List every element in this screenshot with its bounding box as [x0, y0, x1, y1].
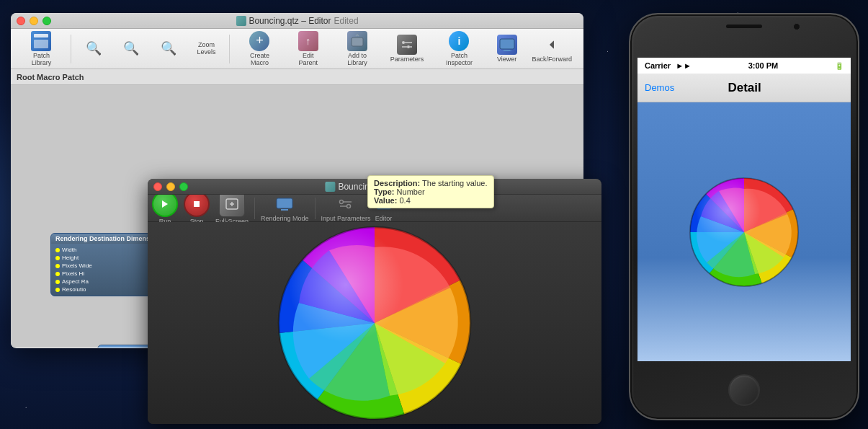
fullscreen-button-group: Full-Screen	[215, 191, 249, 225]
svg-rect-16	[194, 201, 200, 207]
stop-button-group: Stop	[184, 191, 210, 225]
create-macro-icon: +	[249, 31, 269, 51]
svg-marker-11	[550, 40, 555, 48]
viewer-icon	[497, 35, 517, 55]
svg-marker-15	[162, 200, 168, 208]
iphone-nav-title: Detail	[674, 81, 815, 95]
rendering-mode-button[interactable]	[274, 194, 295, 214]
viewer-traffic-lights	[153, 182, 188, 191]
iphone-camera	[793, 23, 800, 30]
tooltip-description: Description: The starting value.	[374, 179, 488, 187]
toolbar-sep-1	[71, 35, 71, 63]
zoom-in-icon: 🔍	[121, 38, 141, 58]
back-forward-label: Back/Forward	[532, 56, 573, 63]
tooltip-value-value: 0.4	[399, 196, 410, 205]
close-button[interactable]	[17, 17, 25, 25]
tooltip-type-value: Number	[397, 187, 425, 196]
input-parameters-button[interactable]	[336, 194, 356, 214]
patch-inspector-button[interactable]: i Patch Inspector	[431, 28, 487, 70]
zoom-in-button[interactable]: 🔍	[113, 35, 149, 63]
parameters-label: Parameters	[390, 56, 424, 63]
patch-beachball-title: BeachBall	[102, 347, 134, 348]
file-icon	[236, 16, 246, 26]
viewer-label: Viewer	[497, 56, 516, 63]
zoom-reset-icon: 🔍	[158, 38, 179, 58]
iphone-speaker	[726, 25, 762, 28]
add-to-library-icon	[347, 31, 367, 51]
viewer-canvas	[148, 222, 601, 424]
iphone-carrier: Carrier ►►	[645, 61, 692, 70]
svg-rect-20	[277, 198, 292, 208]
svg-rect-7	[500, 39, 514, 49]
patch-library-icon	[31, 31, 51, 51]
patch-library-button[interactable]: Patch Library	[17, 28, 66, 70]
iphone-home-button[interactable]	[728, 374, 760, 406]
title-text: Bouncing.qtz – Editor	[249, 16, 331, 26]
svg-point-24	[347, 205, 351, 208]
viewer-button[interactable]: Viewer	[489, 32, 525, 66]
svg-point-1	[402, 41, 405, 44]
editor-label: Editor	[375, 215, 393, 222]
tooltip-popup: Description: The starting value. Type: N…	[367, 175, 494, 208]
tooltip-desc-value: The starting value.	[422, 179, 488, 187]
zoom-out-button[interactable]: 🔍	[76, 35, 112, 63]
edit-parent-label: Edit Parent	[292, 53, 324, 67]
iphone-nav-bar: Demos Detail	[637, 74, 851, 102]
minimize-button[interactable]	[30, 17, 38, 25]
breadcrumb: Root Macro Patch	[11, 69, 583, 85]
svg-rect-9	[503, 50, 511, 51]
iphone-status-bar: Carrier ►► 3:00 PM 🔋	[637, 58, 851, 74]
breadcrumb-text: Root Macro Patch	[17, 73, 84, 81]
beachball-iphone	[686, 174, 802, 290]
iphone-content	[637, 102, 851, 361]
editor-toolbar: Patch Library 🔍 🔍 🔍 Zoom Levels +	[11, 29, 583, 69]
stop-button[interactable]	[184, 191, 210, 217]
parameters-button[interactable]: Parameters	[385, 32, 429, 66]
viewer-window: Bouncing.qtz – Viewer Run Stop	[148, 179, 601, 424]
back-forward-button[interactable]: Back/Forward	[527, 32, 578, 66]
tooltip-desc-label: Description:	[374, 179, 420, 187]
patch-inspector-icon: i	[449, 31, 469, 51]
svg-point-22	[340, 200, 344, 204]
toolbar-sep-2	[229, 35, 230, 63]
viewer-sep-1	[254, 198, 255, 219]
edit-parent-icon: ↑	[298, 31, 318, 51]
svg-point-4	[407, 45, 410, 48]
iphone-screen: Carrier ►► 3:00 PM 🔋 Demos Detail	[637, 58, 851, 361]
window-title: Bouncing.qtz – Editor Edited	[236, 16, 358, 26]
zoom-reset-button[interactable]: 🔍	[151, 35, 187, 63]
add-to-library-button[interactable]: Add to Library	[331, 28, 383, 70]
tooltip-type-label: Type:	[374, 187, 395, 196]
tooltip-value-label: Value:	[374, 196, 397, 205]
maximize-button[interactable]	[42, 17, 51, 25]
run-button-group: Run	[152, 191, 178, 225]
traffic-lights	[17, 17, 51, 25]
edited-status: Edited	[334, 16, 359, 26]
input-params-group: Input Parameters	[321, 194, 371, 222]
viewer-minimize-button[interactable]	[166, 182, 175, 191]
iphone-body: Carrier ►► 3:00 PM 🔋 Demos Detail	[629, 13, 859, 420]
viewer-close-button[interactable]	[153, 182, 162, 191]
viewer-file-icon	[325, 182, 335, 192]
back-forward-icon	[542, 35, 562, 55]
run-button[interactable]	[152, 191, 178, 217]
create-macro-button[interactable]: + Create Macro	[234, 28, 285, 70]
viewer-maximize-button[interactable]	[179, 182, 188, 191]
svg-rect-21	[281, 209, 288, 211]
tooltip-value: Value: 0.4	[374, 196, 488, 205]
patch-library-label: Patch Library	[22, 53, 61, 67]
input-parameters-label: Input Parameters	[321, 215, 371, 222]
iphone-frame: Carrier ►► 3:00 PM 🔋 Demos Detail	[629, 13, 859, 420]
zoom-out-icon: 🔍	[84, 38, 104, 58]
edit-parent-button[interactable]: ↑ Edit Parent	[287, 28, 330, 70]
patch-inspector-label: Patch Inspector	[437, 53, 481, 67]
iphone-back-button[interactable]: Demos	[645, 82, 674, 93]
zoom-levels-label: Zoom Levels	[188, 42, 225, 56]
fullscreen-button[interactable]	[219, 191, 245, 217]
iphone-time: 3:00 PM	[748, 61, 779, 70]
create-macro-label: Create Macro	[240, 53, 279, 67]
beachball-viewer	[148, 222, 601, 424]
editor-titlebar: Bouncing.qtz – Editor Edited	[11, 13, 583, 29]
tooltip-type: Type: Number	[374, 187, 488, 196]
rendering-mode-group: Rendering Mode	[261, 194, 309, 222]
